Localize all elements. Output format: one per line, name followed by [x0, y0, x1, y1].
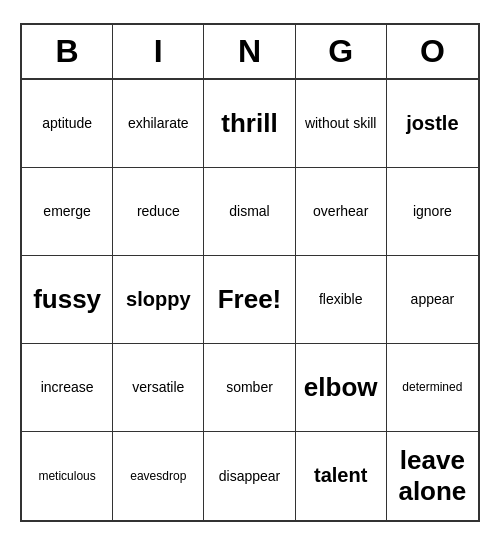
bingo-cell-r3-c2: somber [204, 344, 295, 432]
bingo-cell-r0-c1: exhilarate [113, 80, 204, 168]
bingo-cell-r0-c4: jostle [387, 80, 478, 168]
bingo-header-letter: O [387, 25, 478, 78]
bingo-cell-r0-c0: aptitude [22, 80, 113, 168]
bingo-header-letter: I [113, 25, 204, 78]
bingo-cell-r1-c3: overhear [296, 168, 387, 256]
bingo-header: BINGO [22, 25, 478, 80]
bingo-cell-r2-c3: flexible [296, 256, 387, 344]
bingo-cell-r3-c4: determined [387, 344, 478, 432]
bingo-cell-r0-c2: thrill [204, 80, 295, 168]
bingo-cell-r3-c0: increase [22, 344, 113, 432]
bingo-cell-r2-c0: fussy [22, 256, 113, 344]
bingo-header-letter: B [22, 25, 113, 78]
bingo-cell-r1-c2: dismal [204, 168, 295, 256]
bingo-cell-r1-c4: ignore [387, 168, 478, 256]
bingo-grid: aptitudeexhilaratethrillwithout skilljos… [22, 80, 478, 520]
bingo-cell-r2-c2: Free! [204, 256, 295, 344]
bingo-cell-r3-c1: versatile [113, 344, 204, 432]
bingo-cell-r4-c4: leave alone [387, 432, 478, 520]
bingo-cell-r3-c3: elbow [296, 344, 387, 432]
bingo-cell-r4-c3: talent [296, 432, 387, 520]
bingo-cell-r0-c3: without skill [296, 80, 387, 168]
bingo-cell-r2-c4: appear [387, 256, 478, 344]
bingo-card: BINGO aptitudeexhilaratethrillwithout sk… [20, 23, 480, 522]
bingo-cell-r4-c0: meticulous [22, 432, 113, 520]
bingo-header-letter: G [296, 25, 387, 78]
bingo-cell-r1-c0: emerge [22, 168, 113, 256]
bingo-cell-r2-c1: sloppy [113, 256, 204, 344]
bingo-cell-r1-c1: reduce [113, 168, 204, 256]
bingo-header-letter: N [204, 25, 295, 78]
bingo-cell-r4-c1: eavesdrop [113, 432, 204, 520]
bingo-cell-r4-c2: disappear [204, 432, 295, 520]
